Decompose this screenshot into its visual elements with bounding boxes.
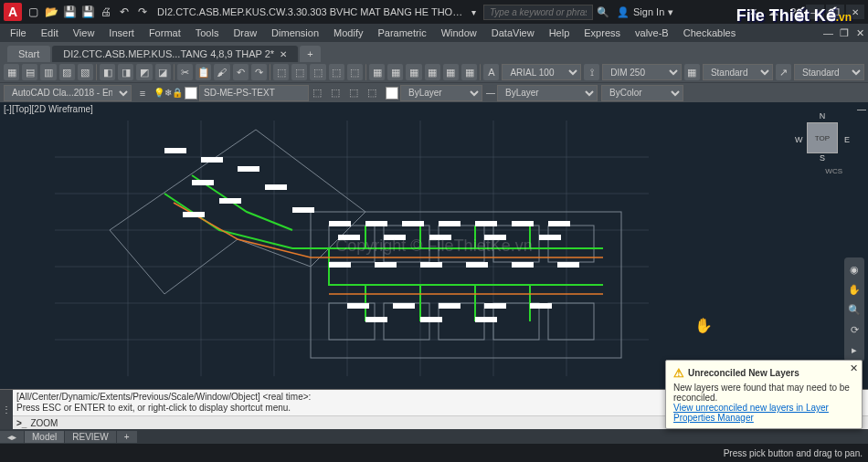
tool-icon[interactable]: ▧: [78, 64, 93, 80]
dimstyle-select[interactable]: DIM 250: [602, 64, 682, 80]
tool-icon[interactable]: ▨: [59, 64, 75, 80]
color-combo[interactable]: ByLayer: [386, 85, 482, 101]
tab-review[interactable]: REVIEW: [65, 431, 115, 443]
save-icon[interactable]: 💾: [62, 5, 77, 19]
canvas-min-icon[interactable]: —: [857, 104, 866, 114]
nav-pan-icon[interactable]: ✋: [846, 281, 863, 298]
workspace-select[interactable]: AutoCAD Cla...2018 - Englisl: [4, 85, 132, 101]
color-select[interactable]: ByLayer: [400, 85, 482, 101]
viewport-label[interactable]: [-][Top][2D Wireframe]: [4, 104, 93, 114]
tool-icon[interactable]: ⬚: [347, 64, 363, 80]
tool-icon[interactable]: ⬚: [291, 64, 307, 80]
tool-icon[interactable]: ↷: [251, 64, 267, 80]
mleaderstyle-select[interactable]: Standard: [794, 64, 864, 80]
tool-icon[interactable]: ▦: [4, 64, 19, 80]
tool-icon[interactable]: 🖌: [214, 64, 229, 80]
tool-icon[interactable]: ▦: [443, 64, 459, 80]
viewcube-south[interactable]: S: [820, 153, 825, 163]
search-input[interactable]: [483, 5, 593, 20]
textstyle-icon[interactable]: A: [483, 64, 499, 80]
plotstyle-select[interactable]: ByColor: [601, 85, 683, 101]
tool-icon[interactable]: ⬚: [310, 64, 325, 80]
menu-dimension[interactable]: Dimension: [265, 26, 325, 40]
open-icon[interactable]: 📂: [44, 5, 58, 19]
menu-insert[interactable]: Insert: [102, 26, 141, 40]
nav-zoom-icon[interactable]: 🔍: [846, 301, 863, 318]
layer-tool-icon[interactable]: ⬚: [312, 87, 327, 99]
menu-edit[interactable]: Edit: [35, 26, 65, 40]
menu-checkables[interactable]: Checkables: [677, 26, 742, 40]
layer-combo[interactable]: 💡❄🔒: [153, 85, 309, 101]
layer-name-field[interactable]: [199, 85, 309, 101]
linetype-select[interactable]: ByLayer: [497, 85, 598, 101]
view-cube[interactable]: N S E W TOP WCS: [795, 111, 850, 175]
menu-format[interactable]: Format: [143, 26, 187, 40]
plot-icon[interactable]: 🖨: [99, 5, 113, 19]
tab-model[interactable]: Model: [25, 431, 64, 443]
tablestyle-select[interactable]: Standard: [703, 64, 773, 80]
layer-icon[interactable]: ≡: [135, 88, 150, 99]
cmdline-handle[interactable]: ⋮: [0, 390, 13, 429]
tool-icon[interactable]: ◨: [118, 64, 133, 80]
menu-file[interactable]: File: [4, 26, 33, 40]
search-icon[interactable]: 🔍: [597, 6, 609, 18]
tool-icon[interactable]: ✂: [177, 64, 193, 80]
tool-icon[interactable]: ▥: [40, 64, 56, 80]
tool-icon[interactable]: ▦: [425, 64, 440, 80]
menu-modify[interactable]: Modify: [327, 26, 369, 40]
nav-orbit-icon[interactable]: ⟳: [846, 321, 863, 338]
tool-icon[interactable]: ▤: [22, 64, 37, 80]
layer-tool-icon[interactable]: ⬚: [331, 87, 345, 99]
tool-icon[interactable]: ▦: [369, 64, 385, 80]
tool-icon[interactable]: ⬚: [273, 64, 289, 80]
redo-icon[interactable]: ↷: [135, 5, 150, 19]
viewcube-north[interactable]: N: [820, 111, 826, 121]
menu-tools[interactable]: Tools: [189, 26, 226, 40]
tool-icon[interactable]: ◪: [155, 64, 171, 80]
layer-tool-icon[interactable]: ⬚: [367, 87, 382, 99]
tool-icon[interactable]: ⬚: [329, 64, 344, 80]
tablestyle-icon[interactable]: ▦: [684, 64, 700, 80]
tab-add-icon[interactable]: +: [117, 431, 137, 443]
tool-icon[interactable]: 📋: [196, 64, 211, 80]
menu-window[interactable]: Window: [435, 26, 483, 40]
textstyle-select[interactable]: ARIAL 100: [502, 64, 581, 80]
viewcube-wcs[interactable]: WCS: [825, 167, 842, 175]
tool-icon[interactable]: ▦: [461, 64, 477, 80]
nav-showmotion-icon[interactable]: ▸: [846, 341, 863, 358]
notification-close-icon[interactable]: ✕: [850, 362, 858, 374]
doc-minimize-icon[interactable]: —: [817, 26, 831, 41]
doc-close-icon[interactable]: ✕: [850, 26, 864, 41]
viewcube-west[interactable]: W: [795, 135, 803, 144]
dimstyle-icon[interactable]: ⟟: [584, 64, 599, 80]
title-dropdown-icon[interactable]: ▾: [471, 7, 476, 17]
tool-icon[interactable]: ▦: [406, 64, 421, 80]
linetype-combo[interactable]: — ByLayer: [486, 85, 598, 101]
viewcube-face[interactable]: TOP: [807, 122, 838, 153]
menu-view[interactable]: View: [67, 26, 101, 40]
layer-tool-icon[interactable]: ⬚: [349, 87, 364, 99]
tab-new[interactable]: +: [300, 46, 320, 62]
menu-valveb[interactable]: valve-B: [629, 26, 675, 40]
new-icon[interactable]: ▢: [26, 5, 40, 19]
tool-icon[interactable]: ◩: [136, 64, 152, 80]
viewcube-east[interactable]: E: [844, 135, 850, 144]
mleaderstyle-icon[interactable]: ↗: [776, 64, 791, 80]
tool-icon[interactable]: ▦: [387, 64, 403, 80]
menu-parametric[interactable]: Parametric: [371, 26, 432, 40]
menu-help[interactable]: Help: [543, 26, 577, 40]
plotstyle-combo[interactable]: ByColor: [601, 85, 683, 101]
tab-active-drawing[interactable]: DI2.CTC.ASB.MEP.KUS...TANG 4,8,9 THAP 2*…: [52, 46, 298, 62]
drawing-canvas[interactable]: [-][Top][2D Wireframe]: [0, 102, 868, 389]
tab-nav-icon[interactable]: ◂▸: [0, 431, 24, 443]
menu-dataview[interactable]: DataView: [485, 26, 541, 40]
menu-draw[interactable]: Draw: [227, 26, 263, 40]
nav-wheel-icon[interactable]: ◉: [846, 261, 863, 278]
undo-icon[interactable]: ↶: [117, 5, 132, 19]
tab-start[interactable]: Start: [7, 46, 50, 62]
app-logo[interactable]: A: [4, 3, 22, 21]
doc-restore-icon[interactable]: ❐: [833, 26, 848, 41]
menu-express[interactable]: Express: [577, 26, 627, 40]
tab-close-icon[interactable]: ✕: [280, 49, 287, 59]
tool-icon[interactable]: ↶: [233, 64, 249, 80]
